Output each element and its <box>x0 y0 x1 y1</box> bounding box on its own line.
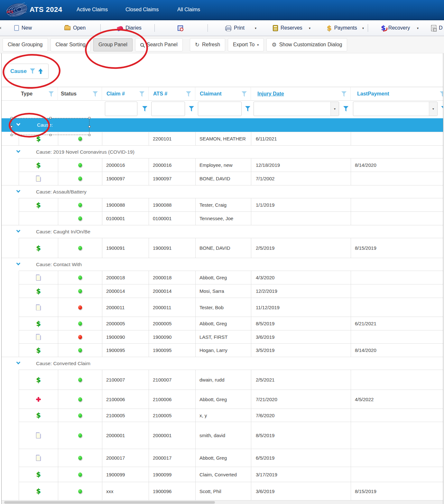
column-header-ats-number[interactable]: ATS # <box>149 87 195 101</box>
open-button[interactable]: Open <box>64 20 86 36</box>
clear-sorting-button[interactable]: Clear Sorting <box>51 38 91 51</box>
table-row[interactable]: 20000172000017Abbott, Greg6/5/2019 <box>19 449 443 467</box>
table-row[interactable]: 20000012000001smith, david8/5/2019 <box>19 422 443 449</box>
filter-funnel-icon[interactable] <box>30 68 35 74</box>
chevron-down-icon[interactable] <box>16 188 21 193</box>
group-row[interactable]: Cause: 2019 Novel Coronavirus (COVID-19) <box>2 145 443 158</box>
chevron-down-icon[interactable] <box>16 360 21 364</box>
table-row[interactable]: 20000182000018Abbott, Greg4/3/2020 <box>19 271 443 284</box>
table-row[interactable]: $19000911900091BONE, DAVID2/5/20198/15/2… <box>19 238 443 258</box>
claim-type-dollar-icon: $ <box>36 320 41 328</box>
nav-all-claims[interactable]: All Claims <box>177 7 200 13</box>
chevron-down-icon[interactable]: ▾ <box>429 102 437 116</box>
claim-number-filter-input[interactable] <box>105 102 137 116</box>
diaries-button[interactable]: Diaries <box>117 20 142 36</box>
table-row[interactable]: $21000052100005x, y7/6/2020 <box>19 409 443 422</box>
column-header-status[interactable]: Status <box>58 87 102 101</box>
column-header-type[interactable]: Type <box>19 87 58 101</box>
new-button[interactable]: New <box>14 20 32 36</box>
last-payment-filter-input[interactable]: ▾ <box>353 102 438 116</box>
group-row[interactable]: Cause: Assault/Battery <box>2 185 443 198</box>
refresh-button[interactable]: ↻ Refresh <box>190 38 225 51</box>
cell-claim-number: 0100001 <box>102 212 149 225</box>
payments-button[interactable]: $ Payments <box>327 20 357 36</box>
filter-funnel-icon[interactable] <box>440 91 443 97</box>
top-navbar: ATS ATS 2024 Active Claims Closed Claims… <box>0 0 444 20</box>
filter-funnel-icon[interactable] <box>341 91 347 97</box>
filter-funnel-icon[interactable] <box>441 106 443 112</box>
show-customization-dialog-button[interactable]: ⚙ Show Customization Dialog <box>266 38 347 51</box>
cell-last-payment: 4/5/2022 <box>351 390 443 409</box>
nav-closed-claims[interactable]: Closed Claims <box>125 7 159 13</box>
chevron-down-icon[interactable] <box>16 122 21 126</box>
filter-funnel-icon[interactable] <box>186 91 191 97</box>
reserves-dropdown-caret[interactable]: ▾ <box>309 26 310 30</box>
cell-injury-date: 11/12/2019 <box>251 298 351 317</box>
claimant-filter-input[interactable] <box>198 102 242 116</box>
chevron-down-icon[interactable] <box>16 261 21 265</box>
chevron-down-icon[interactable]: ▾ <box>330 102 339 116</box>
filter-funnel-icon[interactable] <box>189 106 194 112</box>
table-row[interactable]: 01000010100001Tennessee, Joe <box>19 212 443 225</box>
group-row[interactable]: Cause: Converted Claim <box>2 357 443 370</box>
column-header-last-payment[interactable]: LastPayment <box>351 87 443 101</box>
group-row[interactable]: Cause: Caught In/On/Be <box>2 225 443 238</box>
table-row[interactable]: 20000112000011Tester, Bob11/12/2019 <box>19 298 443 317</box>
reserves-button[interactable]: Reserves <box>273 20 302 36</box>
cell-ats-number: 2000014 <box>149 284 196 298</box>
filter-funnel-icon[interactable] <box>49 91 54 97</box>
table-row[interactable]: 19000901900090LAST, FIRST3/6/2019 <box>19 330 443 343</box>
table-row[interactable]: $20000162000016Employee, new12/18/20198/… <box>19 158 443 172</box>
print-dropdown-caret[interactable]: ▾ <box>255 26 256 30</box>
recovery-button[interactable]: $ Recovery <box>381 20 410 36</box>
cell-last-payment: 8/15/2019 <box>351 238 443 258</box>
toolbar-overflow-indicator[interactable]: « <box>0 25 1 30</box>
table-row[interactable]: $20000142000014Mosi, Sarra12/2/2019 <box>19 284 443 298</box>
ats-number-filter-input[interactable] <box>151 102 185 116</box>
export-to-button[interactable]: Export To ▾ <box>228 38 264 51</box>
grid-toolbar: Clear Grouping Clear Sorting Group Panel… <box>0 36 444 53</box>
spreadsheet-button[interactable] <box>178 20 186 36</box>
filter-funnel-icon[interactable] <box>343 106 348 112</box>
table-row[interactable]: 21000062100006Abbott, Greg7/21/20204/5/2… <box>19 390 443 409</box>
cell-type: $ <box>19 467 58 482</box>
filter-funnel-icon[interactable] <box>242 91 247 97</box>
table-row[interactable]: $2200101SEAMON, HEATHER6/11/2021 <box>19 132 443 145</box>
group-row[interactable]: Cause: Contact With <box>2 258 443 271</box>
payments-dropdown-caret[interactable]: ▾ <box>362 26 364 30</box>
scrollbar-thumb[interactable] <box>4 501 215 504</box>
recovery-dropdown-caret[interactable]: ▾ <box>417 26 419 30</box>
table-row[interactable]: $20000052000005Abbott, Greg8/5/20196/21/… <box>19 317 443 330</box>
cell-last-payment <box>351 370 443 390</box>
search-panel-button[interactable]: Search Panel <box>135 38 183 51</box>
group-by-cause-chip[interactable]: Cause <box>5 64 49 79</box>
nav-active-claims[interactable]: Active Claims <box>77 7 108 13</box>
filter-funnel-icon[interactable] <box>139 91 144 97</box>
column-header-injury-date[interactable]: Injury Date <box>251 87 351 101</box>
horizontal-scrollbar[interactable] <box>2 500 443 504</box>
table-row[interactable]: $19000881900088Tester, Craig1/1/2019 <box>19 198 443 212</box>
filter-funnel-icon[interactable] <box>245 106 250 112</box>
group-panel-button[interactable]: Group Panel <box>93 38 133 51</box>
sort-ascending-icon[interactable] <box>38 68 43 74</box>
cell-status <box>58 317 102 330</box>
documents-button[interactable]: D <box>431 20 443 36</box>
cell-ats-number: 1900090 <box>149 330 196 343</box>
chevron-down-icon[interactable] <box>16 228 21 232</box>
table-row[interactable]: $19000951900095Hogan, Larry3/5/20198/14/… <box>19 343 443 357</box>
clear-grouping-button[interactable]: Clear Grouping <box>3 38 48 51</box>
filter-funnel-icon[interactable] <box>93 91 98 97</box>
table-row[interactable]: $19000991900099Claim, Converted3/17/2019 <box>19 467 443 482</box>
cell-claimant: Abbott, Greg <box>196 317 251 330</box>
table-row[interactable]: $21000072100007dwain, rudd2/5/2021 <box>19 370 443 390</box>
cell-injury-date: 2/5/2021 <box>251 370 351 390</box>
injury-date-filter-input[interactable]: ▾ <box>254 102 339 116</box>
column-header-claimant[interactable]: Claimant <box>195 87 251 101</box>
group-row[interactable]: Cause: <box>2 118 443 132</box>
column-header-claim-number[interactable]: Claim # <box>102 87 149 101</box>
print-button[interactable]: Print <box>225 20 245 36</box>
filter-funnel-icon[interactable] <box>142 106 147 112</box>
table-row[interactable]: 19000971900097BONE, DAVID7/1/2002 <box>19 172 443 185</box>
table-row[interactable]: $xxx1900096Scott, Phil3/6/20198/15/2019 <box>19 482 443 500</box>
chevron-down-icon[interactable] <box>16 148 21 153</box>
